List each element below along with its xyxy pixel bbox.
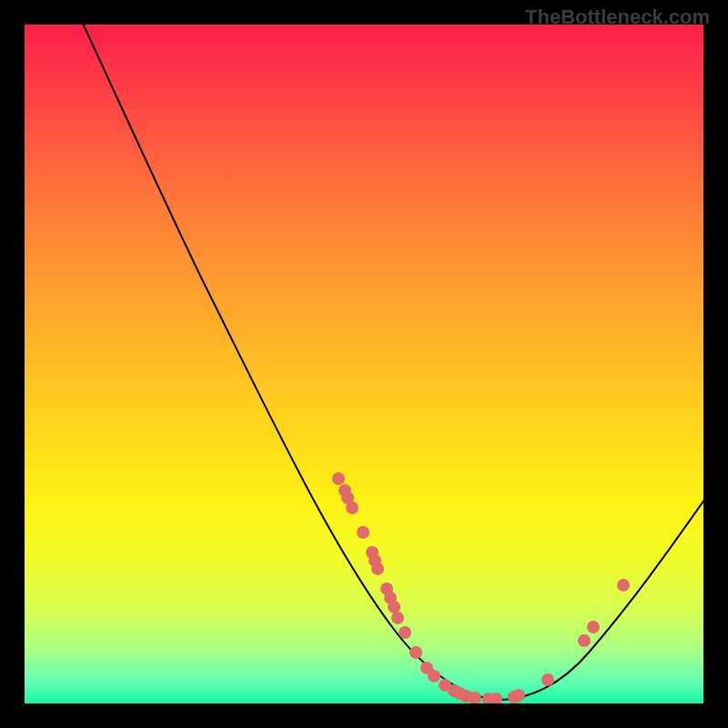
scatter-point xyxy=(587,621,600,633)
scatter-point xyxy=(617,579,630,592)
scatter-points-group xyxy=(332,472,630,703)
scatter-point xyxy=(428,670,440,682)
chart-svg xyxy=(25,25,703,703)
scatter-point xyxy=(578,634,591,647)
scatter-point xyxy=(410,646,422,659)
scatter-point xyxy=(512,689,525,702)
watermark: TheBottleneck.com xyxy=(525,5,710,29)
scatter-point xyxy=(391,612,404,624)
scatter-point xyxy=(346,501,359,514)
chart-plot-area xyxy=(25,25,703,703)
scatter-point xyxy=(332,472,345,485)
scatter-point xyxy=(541,673,554,686)
scatter-point xyxy=(399,626,411,639)
scatter-point xyxy=(371,562,384,575)
scatter-point xyxy=(388,601,400,613)
scatter-point xyxy=(357,526,369,539)
